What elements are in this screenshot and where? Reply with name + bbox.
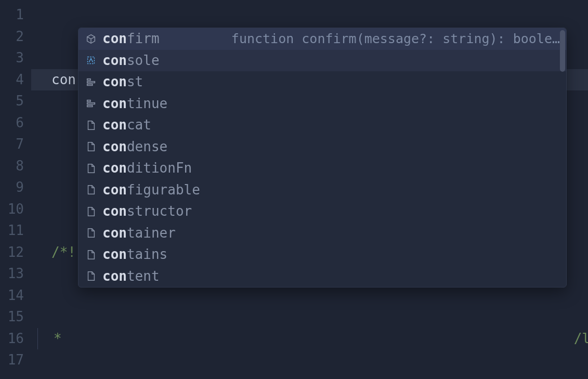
file-icon xyxy=(84,184,98,195)
autocomplete-label: const xyxy=(102,71,143,93)
file-icon xyxy=(84,120,98,131)
autocomplete-item[interactable]: console xyxy=(79,50,566,72)
autocomplete-item[interactable]: confirmfunction confirm(message?: string… xyxy=(79,28,566,50)
line-number: 13 xyxy=(0,263,24,285)
autocomplete-item[interactable]: content xyxy=(79,266,566,287)
line-number: 10 xyxy=(0,199,24,220)
autocomplete-item[interactable]: conditionFn xyxy=(79,158,566,179)
line-number: 3 xyxy=(0,47,24,69)
autocomplete-label: container xyxy=(102,223,176,244)
comment-fragment: /l xyxy=(574,328,588,350)
autocomplete-label: confirm xyxy=(102,28,160,50)
autocomplete-label: concat xyxy=(102,114,151,136)
line-number: 1 xyxy=(0,4,24,26)
file-icon xyxy=(84,249,98,260)
autocomplete-popup[interactable]: confirmfunction confirm(message?: string… xyxy=(78,28,567,287)
autocomplete-label: contains xyxy=(102,244,167,266)
autocomplete-label: content xyxy=(102,266,160,287)
code-line[interactable]: * /l xyxy=(37,328,588,350)
autocomplete-label: conditionFn xyxy=(102,158,192,179)
comment-star: * xyxy=(54,328,62,350)
autocomplete-item[interactable]: contains xyxy=(79,244,566,266)
comment-open: /*! xyxy=(51,242,76,264)
line-number: 6 xyxy=(0,112,24,134)
line-number: 16 xyxy=(0,328,24,350)
file-icon xyxy=(84,227,98,239)
line-number: 4 xyxy=(0,69,24,91)
autocomplete-label: condense xyxy=(102,136,167,158)
autocomplete-label: constructor xyxy=(102,201,192,223)
autocomplete-label: configurable xyxy=(102,179,200,201)
indent-guide xyxy=(37,328,38,350)
line-number: 8 xyxy=(0,155,24,177)
line-number: 17 xyxy=(0,349,24,371)
line-number: 14 xyxy=(0,285,24,307)
line-number: 12 xyxy=(0,242,24,264)
autocomplete-item[interactable]: condense xyxy=(79,136,566,158)
line-number: 15 xyxy=(0,306,24,328)
file-icon xyxy=(84,206,98,217)
keyword-icon xyxy=(84,98,98,109)
file-icon xyxy=(84,270,98,282)
autocomplete-item[interactable]: constructor xyxy=(79,201,566,223)
autocomplete-detail: function confirm(message?: string): bool… xyxy=(160,28,560,50)
file-icon xyxy=(84,141,98,152)
keyword-icon xyxy=(84,76,98,88)
autocomplete-item[interactable]: concat xyxy=(79,114,566,136)
line-number: 9 xyxy=(0,177,24,199)
autocomplete-label: console xyxy=(102,50,160,72)
autocomplete-label: continue xyxy=(102,93,167,115)
suggest-scrollbar[interactable] xyxy=(560,30,565,72)
line-number: 5 xyxy=(0,90,24,112)
line-number: 2 xyxy=(0,26,24,48)
line-number-gutter: 1 2 3 4 5 6 7 8 9 10 11 12 13 14 15 16 1… xyxy=(0,0,31,379)
variable-icon xyxy=(84,55,98,66)
autocomplete-item[interactable]: container xyxy=(79,223,566,244)
line-number: 7 xyxy=(0,134,24,155)
typed-text: con xyxy=(51,69,76,91)
method-icon xyxy=(84,33,98,45)
line-number: 11 xyxy=(0,220,24,242)
autocomplete-item[interactable]: const xyxy=(79,71,566,93)
autocomplete-item[interactable]: configurable xyxy=(79,179,566,201)
autocomplete-item[interactable]: continue xyxy=(79,93,566,115)
file-icon xyxy=(84,163,98,174)
